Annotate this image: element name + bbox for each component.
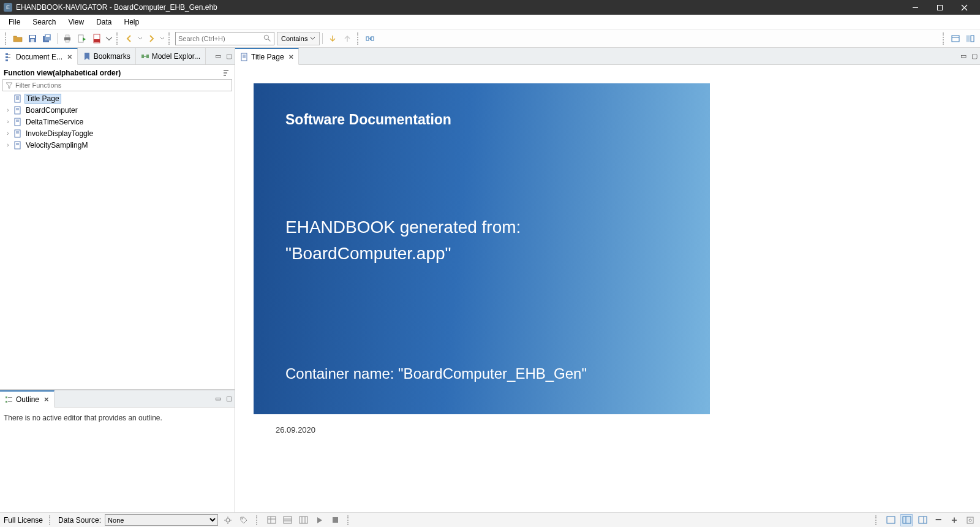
- tree-item-label: BoardComputer: [24, 106, 79, 115]
- menu-data[interactable]: Data: [90, 16, 118, 28]
- forward-menu-button[interactable]: [159, 32, 165, 45]
- nav-dropdown-button[interactable]: [105, 32, 113, 45]
- table2-button[interactable]: [281, 514, 293, 526]
- menu-help[interactable]: Help: [118, 16, 146, 28]
- menu-file[interactable]: File: [2, 16, 26, 28]
- outline-empty-text: There is no active editor that provides …: [0, 408, 235, 428]
- tree-item-title-page[interactable]: Title Page: [1, 93, 233, 104]
- tree-twisty[interactable]: ›: [5, 118, 11, 125]
- editor-panel: Title Page × ▭ ▢ Software Documentation …: [235, 48, 980, 512]
- filter-input[interactable]: [15, 82, 229, 89]
- toolbar-grip: [943, 32, 946, 45]
- tree-item-label: DeltaTimeService: [24, 118, 85, 126]
- forward-button[interactable]: [145, 32, 158, 45]
- maximize-button[interactable]: [927, 0, 952, 15]
- tree-twisty[interactable]: ›: [5, 130, 11, 137]
- svg-rect-18: [366, 37, 369, 40]
- layout-2-button[interactable]: [900, 514, 913, 526]
- maximize-pane-button[interactable]: ▢: [224, 390, 235, 407]
- toolbar-grip: [5, 32, 8, 45]
- tree-twisty[interactable]: ›: [5, 107, 11, 113]
- zoom-out-button[interactable]: −: [932, 514, 944, 526]
- play-button[interactable]: [313, 514, 325, 526]
- tree-item-invokedisplaytoggle[interactable]: › InvokeDisplayToggle: [1, 127, 233, 139]
- back-button[interactable]: [123, 32, 136, 45]
- close-button[interactable]: [952, 0, 976, 15]
- svg-rect-65: [268, 517, 276, 523]
- close-icon[interactable]: ×: [44, 395, 49, 403]
- svg-rect-9: [46, 35, 50, 37]
- tree-item-boardcomputer[interactable]: › BoardComputer: [1, 104, 233, 116]
- svg-rect-55: [241, 53, 247, 61]
- save-button[interactable]: [26, 32, 39, 45]
- svg-rect-52: [6, 401, 7, 403]
- tag-icon[interactable]: [238, 514, 250, 526]
- stop-button[interactable]: [329, 514, 341, 526]
- menu-view[interactable]: View: [62, 16, 90, 28]
- tree-item-label: VelocitySamplingM: [24, 141, 89, 150]
- minimize-pane-button[interactable]: ▭: [958, 48, 969, 64]
- tab-label: Outline: [16, 395, 39, 404]
- generated-from-line1: EHANDBOOK generated from:: [285, 214, 678, 240]
- function-view-label: Function view(alphabetical order): [4, 69, 222, 77]
- chevron-down-icon: [310, 36, 315, 41]
- close-icon[interactable]: ×: [289, 53, 294, 61]
- nav-down-button[interactable]: [326, 32, 339, 45]
- zoom-in-button[interactable]: +: [948, 514, 960, 526]
- page-icon: [13, 129, 22, 138]
- svg-rect-75: [887, 517, 895, 523]
- nav-up-button[interactable]: [341, 32, 354, 45]
- panel-button-1[interactable]: [949, 32, 962, 45]
- minimize-button[interactable]: [903, 0, 927, 15]
- editor-body[interactable]: Software Documentation EHANDBOOK generat…: [235, 65, 980, 512]
- layout-3-button[interactable]: [916, 514, 929, 526]
- export-pdf-button[interactable]: [90, 32, 104, 45]
- tab-label: Document E...: [16, 53, 62, 61]
- print-button[interactable]: [61, 32, 74, 45]
- tree-item-velocitysamplingm[interactable]: › VelocitySamplingM: [1, 139, 233, 151]
- svg-rect-23: [971, 36, 974, 42]
- tab-bookmarks[interactable]: Bookmarks: [78, 48, 136, 64]
- page-icon: [13, 118, 22, 126]
- tab-model-explorer[interactable]: Model Explor...: [136, 48, 206, 64]
- tree-twisty[interactable]: ›: [5, 142, 11, 148]
- transfer-button[interactable]: [363, 32, 377, 45]
- svg-rect-25: [6, 56, 8, 58]
- svg-rect-20: [952, 36, 959, 42]
- export-button[interactable]: [75, 32, 89, 45]
- save-all-button[interactable]: [40, 32, 54, 45]
- svg-rect-12: [66, 40, 69, 42]
- sort-icon[interactable]: [222, 69, 231, 77]
- gear-icon[interactable]: [222, 514, 234, 526]
- svg-point-16: [264, 35, 268, 39]
- maximize-pane-button[interactable]: ▢: [224, 48, 235, 64]
- maximize-pane-button[interactable]: ▢: [969, 48, 980, 64]
- tab-title-page[interactable]: Title Page ×: [235, 48, 299, 65]
- open-folder-button[interactable]: [11, 32, 24, 45]
- panel-button-2[interactable]: [963, 32, 977, 45]
- tree-item-deltatimeservice[interactable]: › DeltaTimeService: [1, 116, 233, 127]
- back-menu-button[interactable]: [137, 32, 143, 45]
- svg-rect-5: [30, 36, 35, 38]
- svg-point-81: [969, 519, 971, 521]
- search-icon[interactable]: [263, 34, 271, 42]
- tree-item-label: Title Page: [24, 94, 61, 104]
- layout-1-button[interactable]: [884, 514, 897, 526]
- tab-document-explorer[interactable]: Document E... ×: [0, 48, 78, 65]
- svg-rect-78: [919, 517, 927, 523]
- minimize-pane-button[interactable]: ▭: [213, 48, 224, 64]
- table-button[interactable]: [265, 514, 277, 526]
- grid-button[interactable]: [297, 514, 309, 526]
- tree-item-label: InvokeDisplayToggle: [24, 129, 94, 138]
- search-input[interactable]: [178, 35, 263, 42]
- tab-outline[interactable]: Outline ×: [0, 390, 55, 408]
- data-source-select[interactable]: None: [105, 514, 218, 526]
- minimize-pane-button[interactable]: ▭: [213, 390, 224, 407]
- svg-rect-22: [967, 36, 970, 42]
- title-page-panel: Software Documentation EHANDBOOK generat…: [254, 83, 710, 414]
- search-mode-dropdown[interactable]: Contains: [277, 32, 320, 45]
- reset-view-button[interactable]: [964, 514, 976, 526]
- menubar: File Search View Data Help: [0, 15, 980, 29]
- menu-search[interactable]: Search: [26, 16, 62, 28]
- close-icon[interactable]: ×: [67, 53, 72, 61]
